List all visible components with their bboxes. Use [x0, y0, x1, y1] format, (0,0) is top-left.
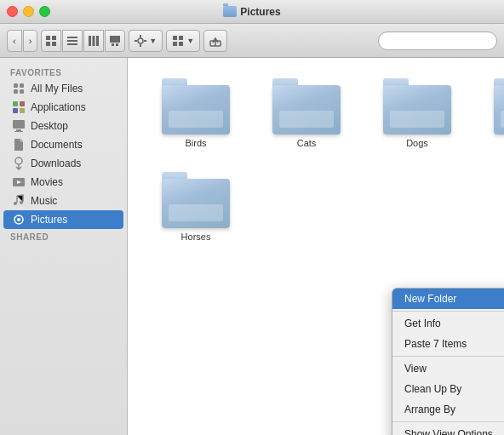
share-icon: [209, 35, 221, 47]
sidebar-item-documents[interactable]: Documents: [3, 135, 123, 154]
svg-rect-12: [116, 43, 118, 46]
title-folder-icon: [223, 6, 237, 17]
folder-item-horses[interactable]: Horses: [145, 169, 247, 245]
svg-rect-9: [96, 36, 99, 46]
svg-rect-5: [67, 40, 77, 42]
ctx-arrange-by[interactable]: Arrange By ▶: [392, 399, 504, 420]
pictures-sidebar-icon: [12, 213, 26, 226]
search-input[interactable]: [378, 31, 497, 50]
svg-rect-32: [13, 120, 25, 129]
ctx-view[interactable]: View ▶: [392, 358, 504, 379]
folder-icon-cats: [272, 78, 341, 135]
sidebar-item-label: Documents: [31, 139, 83, 151]
arrange-arrow: ▼: [186, 37, 194, 45]
folder-label-horses: Horses: [181, 232, 211, 242]
sidebar-item-label: Desktop: [31, 120, 68, 132]
sidebar-item-label: Applications: [31, 101, 86, 113]
action-arrow: ▼: [149, 37, 157, 45]
view-icon-button[interactable]: [41, 30, 61, 52]
ctx-clean-up-by[interactable]: Clean Up By ▶: [392, 379, 504, 399]
view-cover-button[interactable]: [105, 30, 125, 52]
folder-icon-horses: [162, 172, 230, 228]
svg-rect-33: [16, 129, 21, 131]
all-my-files-icon: [12, 82, 26, 95]
sidebar-item-label: Downloads: [31, 157, 81, 169]
svg-rect-15: [140, 44, 141, 47]
back-button[interactable]: ‹: [7, 30, 22, 52]
sidebar-item-applications[interactable]: Applications: [3, 98, 123, 117]
folder-label-birds: Birds: [185, 138, 206, 148]
svg-rect-8: [93, 36, 95, 46]
svg-rect-3: [52, 42, 56, 46]
minimize-button[interactable]: [23, 6, 34, 17]
svg-rect-17: [144, 40, 146, 42]
folder-item-cats[interactable]: Cats: [255, 75, 358, 152]
music-icon: [12, 194, 26, 208]
svg-point-13: [138, 38, 143, 43]
sidebar-item-downloads[interactable]: Downloads: [3, 154, 123, 173]
svg-rect-7: [89, 36, 91, 46]
ctx-paste-items[interactable]: Paste 7 Items: [392, 334, 504, 354]
folder-item-birds[interactable]: Birds: [145, 75, 247, 152]
svg-rect-25: [20, 83, 24, 88]
svg-rect-11: [112, 43, 114, 46]
sidebar-item-label: Pictures: [31, 214, 67, 226]
svg-point-42: [17, 218, 20, 221]
svg-rect-16: [135, 40, 137, 42]
svg-rect-30: [13, 108, 18, 113]
folder-item-dogs[interactable]: Dogs: [366, 75, 468, 152]
forward-button[interactable]: ›: [23, 30, 38, 52]
ctx-get-info[interactable]: Get Info: [392, 313, 504, 334]
folder-label-dogs: Dogs: [406, 138, 428, 148]
maximize-button[interactable]: [39, 6, 50, 17]
main-layout: FAVORITES All My Files Applications Desk…: [0, 58, 504, 435]
ctx-separator-3: [392, 421, 504, 422]
close-button[interactable]: [7, 6, 18, 17]
ctx-show-view-options[interactable]: Show View Options: [392, 424, 504, 435]
applications-icon: [12, 100, 26, 114]
ctx-new-folder[interactable]: New Folder: [392, 289, 504, 309]
sidebar-item-all-my-files[interactable]: All My Files: [3, 79, 123, 98]
svg-rect-34: [14, 131, 23, 132]
context-menu: New Folder Get Info Paste 7 Items View ▶…: [392, 288, 504, 435]
svg-point-39: [14, 202, 17, 205]
svg-rect-4: [67, 37, 77, 38]
action-button[interactable]: ▼: [129, 30, 163, 52]
sidebar-item-label: Movies: [31, 176, 63, 188]
content-area: Birds Cats Dogs: [128, 58, 504, 435]
view-list-button[interactable]: [62, 30, 83, 52]
folder-icon-birds: [162, 78, 230, 135]
icon-grid-icon: [45, 35, 57, 47]
svg-rect-26: [14, 89, 18, 94]
movies-icon: [12, 175, 26, 189]
folder-icon-dogs: [383, 78, 451, 135]
view-column-button[interactable]: [83, 30, 104, 52]
folder-grid: Birds Cats Dogs: [145, 75, 487, 245]
sidebar-item-music[interactable]: Music: [3, 192, 123, 210]
folder-icon-fish: [494, 78, 504, 135]
nav-group: ‹ ›: [7, 30, 37, 52]
desktop-icon: [12, 119, 26, 133]
svg-rect-24: [14, 83, 18, 88]
sidebar-item-label: Music: [31, 195, 57, 207]
sidebar-item-desktop[interactable]: Desktop: [3, 117, 123, 135]
svg-point-35: [15, 157, 22, 164]
share-button[interactable]: [203, 30, 227, 52]
sidebar-item-movies[interactable]: Movies: [3, 173, 123, 192]
shared-label: SHARED: [0, 229, 127, 243]
svg-rect-31: [20, 108, 25, 113]
cover-view-icon: [109, 35, 121, 47]
svg-rect-6: [67, 43, 77, 45]
folder-item-fish[interactable]: Fish: [477, 75, 504, 152]
view-group: [41, 30, 125, 52]
svg-rect-20: [173, 42, 177, 46]
list-view-icon: [66, 35, 78, 47]
arrange-button[interactable]: ▼: [166, 30, 200, 52]
svg-rect-2: [46, 42, 50, 46]
folder-label-cats: Cats: [297, 138, 317, 148]
favorites-label: FAVORITES: [0, 65, 127, 79]
sidebar-item-pictures[interactable]: Pictures: [3, 210, 123, 229]
svg-rect-14: [140, 35, 141, 37]
svg-rect-10: [110, 36, 120, 43]
window-controls[interactable]: [7, 6, 50, 17]
